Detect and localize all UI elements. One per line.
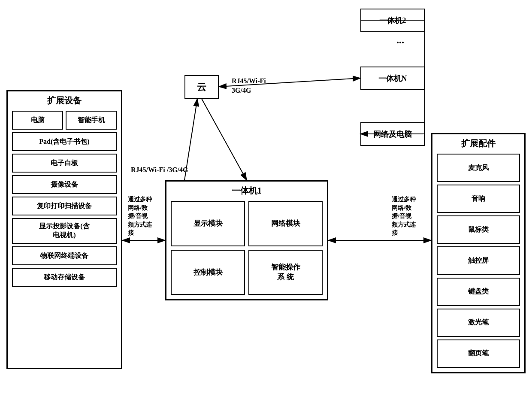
left-conn-label: 通过多种 网络/数 据/音视 频方式连 接 xyxy=(128,195,164,237)
rj45-wifi-3g4g-label: RJ45/Wi-Fi /3G/4G xyxy=(131,165,188,175)
machineN-box: 一体机N xyxy=(360,67,425,90)
left-item-whiteboard: 电子白板 xyxy=(12,154,117,173)
machineN-label: 一体机N xyxy=(378,73,407,84)
rj45-wifi-label: RJ45/Wi-Fi xyxy=(232,76,266,86)
main-machine-title: 一体机1 xyxy=(166,185,327,197)
left-item-storage: 移动存储设备 xyxy=(12,268,117,287)
control-module: 控制模块 xyxy=(171,250,245,295)
left-panel-title: 扩展设备 xyxy=(8,95,121,106)
left-item-diannao: 电脑 xyxy=(12,111,63,130)
right-panel: 扩展配件 麦克风 音响 鼠标类 触控屏 键盘类 激光笔 翻页笔 xyxy=(431,133,526,373)
main-machine-box: 一体机1 显示模块 网络模块 控制模块 智能操作 系 统 xyxy=(165,180,328,300)
right-item-touchscreen: 触控屏 xyxy=(437,246,520,275)
left-panel-row-1: 电脑 智能手机 xyxy=(12,111,117,130)
cloud-label: 云 xyxy=(197,81,206,94)
diagram-container: 扩展设备 电脑 智能手机 Pad(含电子书包) 电子白板 摄像设备 复印打印扫描… xyxy=(0,0,532,397)
right-panel-title: 扩展配件 xyxy=(432,138,524,149)
left-item-printer: 复印打印扫描设备 xyxy=(12,197,117,215)
right-item-keyboard: 键盘类 xyxy=(437,278,520,306)
left-item-camera: 摄像设备 xyxy=(12,175,117,194)
network-label: 网络及电脑 xyxy=(373,129,412,139)
right-panel-items: 麦克风 音响 鼠标类 触控屏 键盘类 激光笔 翻页笔 xyxy=(437,154,520,368)
left-item-iot: 物联网终端设备 xyxy=(12,246,117,265)
display-module: 显示模块 xyxy=(171,201,245,246)
right-conn-label: 通过多种 网络/数 据/音视 频方式连 接 xyxy=(392,195,428,237)
right-item-speaker: 音响 xyxy=(437,185,520,213)
left-panel: 扩展设备 电脑 智能手机 Pad(含电子书包) 电子白板 摄像设备 复印打印扫描… xyxy=(6,90,122,369)
right-item-mouse: 鼠标类 xyxy=(437,215,520,244)
machine2-box: 一体机2 xyxy=(360,9,425,32)
network-module: 网络模块 xyxy=(248,201,323,246)
cloud-box: 云 xyxy=(184,75,219,99)
left-item-pad: Pad(含电子书包) xyxy=(12,132,117,151)
3g4g-label: 3G/4G xyxy=(232,86,251,95)
network-box: 网络及电脑 xyxy=(360,122,425,146)
right-item-pagepen: 翻页笔 xyxy=(437,339,520,368)
right-item-mic: 麦克风 xyxy=(437,154,520,182)
left-panel-items: 电脑 智能手机 Pad(含电子书包) 电子白板 摄像设备 复印打印扫描设备 显示… xyxy=(12,111,117,364)
smart-os: 智能操作 系 统 xyxy=(248,250,323,295)
machine2-label: 一体机2 xyxy=(379,15,406,26)
main-machine-inner: 显示模块 网络模块 控制模块 智能操作 系 统 xyxy=(171,201,323,295)
left-item-smartphone: 智能手机 xyxy=(66,111,117,130)
left-item-projector: 显示投影设备(含 电视机) xyxy=(12,218,117,244)
svg-line-8 xyxy=(202,99,247,180)
dots-label: ... xyxy=(396,34,404,46)
right-item-laser: 激光笔 xyxy=(437,309,520,337)
